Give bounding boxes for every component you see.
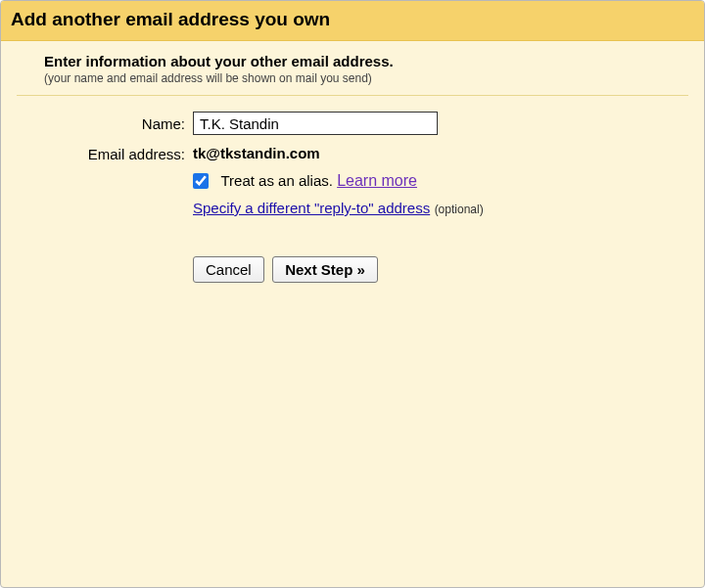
name-input[interactable] (193, 112, 438, 135)
cancel-button[interactable]: Cancel (193, 256, 264, 283)
alias-text: Treat as an alias. (220, 172, 337, 189)
dialog-header: Add another email address you own (1, 1, 704, 41)
replyto-row: Specify a different "reply-to" address (… (17, 200, 688, 217)
name-row: Name: (17, 112, 688, 135)
alias-row: Treat as an alias. Learn more (17, 172, 688, 190)
dialog-title: Add another email address you own (11, 9, 694, 30)
alias-checkbox[interactable] (193, 173, 209, 189)
dialog-subtitle-note: (your name and email address will be sho… (44, 71, 688, 85)
email-label: Email address: (17, 146, 193, 162)
replyto-optional: (optional) (435, 203, 484, 216)
button-row: Cancel Next Step » (193, 256, 688, 283)
name-label: Name: (17, 115, 193, 132)
learn-more-link[interactable]: Learn more (337, 172, 417, 189)
dialog-body: Enter information about your other email… (1, 41, 704, 587)
next-step-button[interactable]: Next Step » (272, 256, 378, 283)
email-row: Email address: tk@tkstandin.com (17, 145, 688, 162)
dialog-subtitle: Enter information about your other email… (44, 53, 688, 69)
specify-replyto-link[interactable]: Specify a different "reply-to" address (193, 200, 430, 216)
email-value: tk@tkstandin.com (193, 145, 320, 161)
divider (17, 95, 688, 96)
add-email-dialog: Add another email address you own Enter … (0, 0, 705, 588)
